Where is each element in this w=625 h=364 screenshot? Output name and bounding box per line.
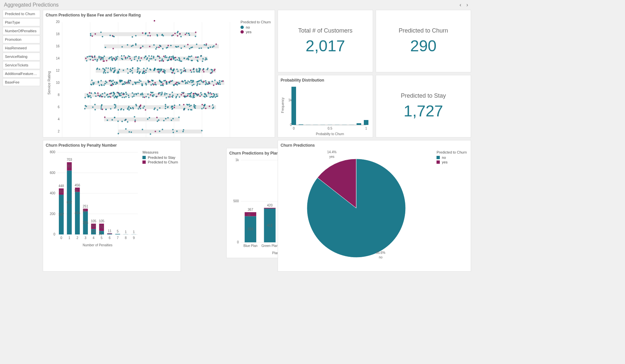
svg-text:81: 81 <box>67 164 71 168</box>
svg-point-157 <box>203 107 204 109</box>
svg-point-81 <box>127 121 128 122</box>
svg-point-480 <box>189 81 190 83</box>
svg-point-770 <box>149 46 150 47</box>
svg-point-833 <box>188 33 189 34</box>
svg-point-127 <box>179 104 180 106</box>
svg-point-236 <box>124 97 125 98</box>
svg-point-84 <box>156 117 158 118</box>
svg-point-799 <box>166 47 167 49</box>
svg-point-425 <box>213 85 214 86</box>
svg-point-349 <box>172 96 173 98</box>
svg-point-489 <box>205 82 207 84</box>
svg-text:105: 105 <box>99 219 104 223</box>
filter-pill[interactable]: Predicted to Churn <box>3 10 40 18</box>
svg-point-428 <box>138 82 139 83</box>
svg-point-344 <box>147 93 149 95</box>
svg-point-575 <box>137 67 138 69</box>
svg-point-267 <box>196 94 197 95</box>
svg-text:387: 387 <box>59 213 64 216</box>
svg-point-215 <box>211 96 212 97</box>
svg-point-850 <box>102 36 103 37</box>
svg-point-753 <box>161 60 162 61</box>
svg-text:49: 49 <box>247 213 251 217</box>
filter-pill[interactable]: ServiceTickets <box>3 61 40 69</box>
svg-point-387 <box>145 83 146 84</box>
filter-pill[interactable]: PlanType <box>3 18 40 26</box>
filter-pill[interactable]: Promotion <box>3 36 40 43</box>
svg-text:414: 414 <box>75 211 80 215</box>
svg-point-637 <box>163 69 164 70</box>
svg-point-597 <box>107 72 109 73</box>
svg-point-499 <box>198 81 199 82</box>
svg-point-107 <box>157 109 158 110</box>
filter-pill[interactable]: AdditionalFeatureSp... <box>3 70 40 78</box>
svg-point-685 <box>145 56 146 57</box>
svg-point-691 <box>134 56 135 58</box>
svg-point-553 <box>112 68 113 69</box>
prev-arrow[interactable]: ‹ <box>460 2 461 8</box>
svg-point-772 <box>210 46 211 48</box>
scatter-title: Churn Predictions by Base Fee and Servic… <box>46 13 272 17</box>
svg-text:4: 4 <box>58 117 60 121</box>
svg-point-711 <box>188 56 189 57</box>
svg-point-717 <box>92 57 93 58</box>
svg-point-260 <box>144 97 145 98</box>
kpi-stay: Predicted to Stay 1,727 <box>376 75 471 137</box>
pie-chart[interactable]: yes14.4%no85.6% <box>281 149 432 261</box>
svg-point-331 <box>101 96 102 97</box>
svg-point-101 <box>188 109 189 110</box>
page-title: Aggregated Predictions <box>4 2 59 8</box>
svg-point-613 <box>143 70 144 72</box>
svg-point-836 <box>132 36 133 37</box>
svg-point-788 <box>199 48 200 49</box>
filter-pill[interactable]: NumberOfPenalties <box>3 27 40 35</box>
svg-point-492 <box>116 82 117 83</box>
svg-point-661 <box>85 58 87 59</box>
svg-point-636 <box>172 70 174 71</box>
svg-point-615 <box>158 69 159 70</box>
svg-point-795 <box>142 46 143 47</box>
svg-point-134 <box>128 109 130 110</box>
svg-point-758 <box>129 56 130 57</box>
svg-point-653 <box>138 56 139 58</box>
svg-point-170 <box>140 108 141 109</box>
svg-point-172 <box>194 107 196 109</box>
svg-point-569 <box>104 71 105 72</box>
svg-point-71 <box>172 129 173 130</box>
scatter-card: Churn Predictions by Base Fee and Servic… <box>43 10 275 137</box>
svg-point-763 <box>189 56 191 57</box>
svg-point-323 <box>201 94 202 95</box>
svg-point-617 <box>211 72 212 73</box>
svg-point-601 <box>193 68 194 70</box>
filter-pill[interactable]: HasRenewed <box>3 44 40 52</box>
svg-point-557 <box>127 68 128 69</box>
prob-dist-chart[interactable]: 01k00.51Probabilty to ChurnFrequency <box>281 84 369 136</box>
svg-point-424 <box>207 84 209 85</box>
svg-point-282 <box>214 94 215 95</box>
scatter-chart[interactable]: 010203040506002468101214161820Base FeeSe… <box>46 19 233 137</box>
svg-point-608 <box>172 72 173 73</box>
svg-point-648 <box>102 59 104 60</box>
filter-pill[interactable]: ServiceRating <box>3 53 40 61</box>
svg-point-252 <box>142 94 143 95</box>
svg-point-490 <box>109 80 110 81</box>
svg-point-93 <box>121 121 123 122</box>
svg-point-292 <box>206 94 207 96</box>
svg-point-764 <box>127 57 128 59</box>
filter-pill[interactable]: BaseFee <box>3 78 40 86</box>
next-arrow[interactable]: › <box>466 2 468 8</box>
penalty-chart[interactable]: 0200400600800387614480622817031414424562… <box>46 149 141 248</box>
svg-text:Blue Plan: Blue Plan <box>243 244 258 248</box>
svg-point-841 <box>162 35 164 36</box>
svg-point-175 <box>165 106 166 107</box>
svg-point-176 <box>213 107 214 108</box>
svg-point-634 <box>200 68 201 69</box>
svg-point-835 <box>174 33 176 34</box>
svg-point-459 <box>176 82 177 83</box>
svg-point-709 <box>163 56 164 57</box>
svg-point-444 <box>140 81 141 82</box>
svg-point-161 <box>174 105 175 106</box>
svg-point-210 <box>109 96 110 97</box>
svg-point-130 <box>190 105 192 106</box>
svg-point-855 <box>154 20 155 21</box>
